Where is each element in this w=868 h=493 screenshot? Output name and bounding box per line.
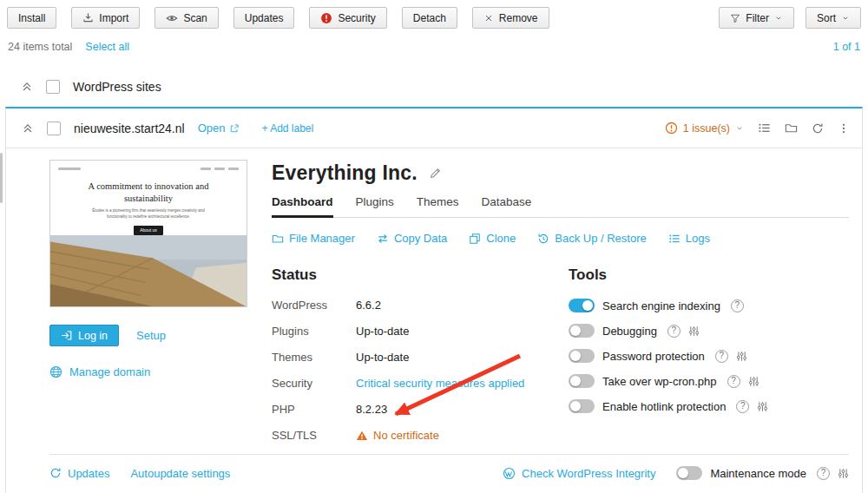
import-button[interactable]: Import <box>71 7 140 29</box>
folder-view-button[interactable] <box>785 122 798 135</box>
external-link-icon <box>229 123 240 134</box>
sort-button[interactable]: Sort <box>806 7 861 29</box>
refresh-button[interactable] <box>812 122 824 135</box>
logs-list-icon <box>668 233 681 245</box>
copy-data-link[interactable]: Copy Data <box>377 232 447 245</box>
setup-link[interactable]: Setup <box>136 329 166 342</box>
scrollbar[interactable] <box>0 153 3 203</box>
debugging-toggle[interactable] <box>569 324 595 338</box>
site-checkbox[interactable] <box>47 122 61 135</box>
tab-themes[interactable]: Themes <box>417 195 459 217</box>
logs-link[interactable]: Logs <box>668 232 710 245</box>
help-icon[interactable]: ? <box>736 400 749 413</box>
search-engine-indexing-toggle[interactable] <box>569 299 595 312</box>
tool-take-over-wp-cron: Take over wp-cron.php ? <box>569 373 849 389</box>
settings-sliders-icon[interactable] <box>838 468 849 479</box>
backup-restore-link[interactable]: Back Up / Restore <box>537 232 647 245</box>
maintenance-mode-toggle[interactable] <box>676 466 702 480</box>
settings-sliders-icon[interactable] <box>748 376 760 387</box>
open-site-link[interactable]: Open <box>198 122 240 135</box>
refresh-icon <box>812 122 824 135</box>
manage-domain-link[interactable]: Manage domain <box>49 365 150 378</box>
updates-label: Updates <box>68 467 109 480</box>
issues-dropdown[interactable]: 1 issue(s) <box>665 122 744 135</box>
log-in-button[interactable]: Log in <box>49 325 119 346</box>
wp-cron-toggle[interactable] <box>569 374 595 388</box>
chevron-down-icon <box>841 14 850 23</box>
check-wordpress-integrity-link[interactable]: Check WordPress Integrity <box>503 467 655 480</box>
globe-icon <box>49 365 62 378</box>
collapse-chevrons-up-icon[interactable] <box>21 81 33 93</box>
status-row-ssl: SSL/TLS No certificate <box>272 428 569 444</box>
logs-label: Logs <box>686 232 710 245</box>
kebab-menu-icon <box>838 122 850 135</box>
status-label: WordPress <box>272 298 356 313</box>
site-tabs: Dashboard Plugins Themes Database <box>272 195 849 218</box>
help-icon[interactable]: ? <box>817 467 830 480</box>
status-heading: Status <box>272 266 569 284</box>
site-preview-column: A commitment to innovation and sustainab… <box>49 160 247 454</box>
list-view-button[interactable] <box>758 122 771 135</box>
status-section: Status WordPress 6.6.2 Plugins Up-to-dat… <box>272 266 569 454</box>
maintenance-mode-control: Maintenance mode ? <box>676 466 849 480</box>
tab-database[interactable]: Database <box>482 195 532 217</box>
help-icon[interactable]: ? <box>727 375 740 388</box>
add-label-link[interactable]: + Add label <box>261 122 313 135</box>
tab-dashboard[interactable]: Dashboard <box>272 195 333 218</box>
issues-label: 1 issue(s) <box>683 122 730 135</box>
refresh-icon <box>49 467 62 479</box>
filter-button[interactable]: Filter <box>719 7 794 29</box>
no-certificate-link[interactable]: No certificate <box>356 428 439 444</box>
status-row-php: PHP 8.2.23 <box>272 402 569 417</box>
settings-sliders-icon[interactable] <box>757 401 768 412</box>
file-manager-link[interactable]: File Manager <box>272 232 355 245</box>
select-all-link[interactable]: Select all <box>85 41 129 53</box>
detach-button[interactable]: Detach <box>402 7 457 29</box>
help-icon[interactable]: ? <box>731 299 744 312</box>
maintenance-mode-label: Maintenance mode <box>710 467 806 480</box>
settings-sliders-icon[interactable] <box>736 351 747 362</box>
help-icon[interactable]: ? <box>667 325 681 338</box>
check-integrity-label: Check WordPress Integrity <box>522 467 655 480</box>
scan-button[interactable]: Scan <box>155 7 218 29</box>
remove-button[interactable]: Remove <box>472 7 549 29</box>
status-value: Up-to-date <box>356 324 409 339</box>
group-header-wordpress-sites: WordPress sites <box>0 77 868 96</box>
status-value: 8.2.23 <box>356 402 387 417</box>
footer-right: Check WordPress Integrity Maintenance mo… <box>503 466 849 480</box>
collapse-chevrons-up-icon[interactable] <box>22 122 34 135</box>
thumbnail-button: About us <box>134 226 163 235</box>
autoupdate-settings-link[interactable]: Autoupdate settings <box>130 467 230 480</box>
install-button[interactable]: Install <box>7 7 56 29</box>
clone-icon <box>469 233 481 245</box>
security-button[interactable]: Security <box>309 7 386 29</box>
folder-icon <box>785 122 798 135</box>
status-label: PHP <box>272 402 356 417</box>
chevron-down-icon <box>774 14 783 23</box>
hotlink-protection-toggle[interactable] <box>569 399 595 413</box>
ssl-status-label: No certificate <box>373 428 439 444</box>
tool-label: Password protection <box>602 350 705 363</box>
import-icon <box>82 12 94 23</box>
more-menu-button[interactable] <box>838 122 850 135</box>
clone-link[interactable]: Clone <box>469 232 516 245</box>
pagination[interactable]: 1 of 1 <box>833 41 860 53</box>
edit-pencil-icon[interactable] <box>429 167 442 180</box>
toolbar-left-group: Install Import Scan Updates Security Det… <box>7 7 549 29</box>
password-protection-toggle[interactable] <box>569 349 595 363</box>
site-screenshot[interactable]: A commitment to innovation and sustainab… <box>49 160 247 307</box>
site-details-column: Everything Inc. Dashboard Plugins Themes… <box>272 160 849 454</box>
backup-clock-icon <box>537 233 549 245</box>
tab-plugins[interactable]: Plugins <box>356 195 394 217</box>
thumbnail-building-photo <box>50 235 247 306</box>
help-icon[interactable]: ? <box>715 350 728 363</box>
clone-label: Clone <box>486 232 516 245</box>
security-status-link[interactable]: Critical security measures applied <box>356 376 524 391</box>
eye-icon <box>166 12 178 24</box>
settings-sliders-icon[interactable] <box>688 325 700 337</box>
updates-button[interactable]: Updates <box>233 7 295 29</box>
updates-link[interactable]: Updates <box>49 467 109 480</box>
sync-arrows-icon <box>377 233 389 245</box>
open-label: Open <box>198 122 226 135</box>
group-checkbox[interactable] <box>46 80 60 94</box>
